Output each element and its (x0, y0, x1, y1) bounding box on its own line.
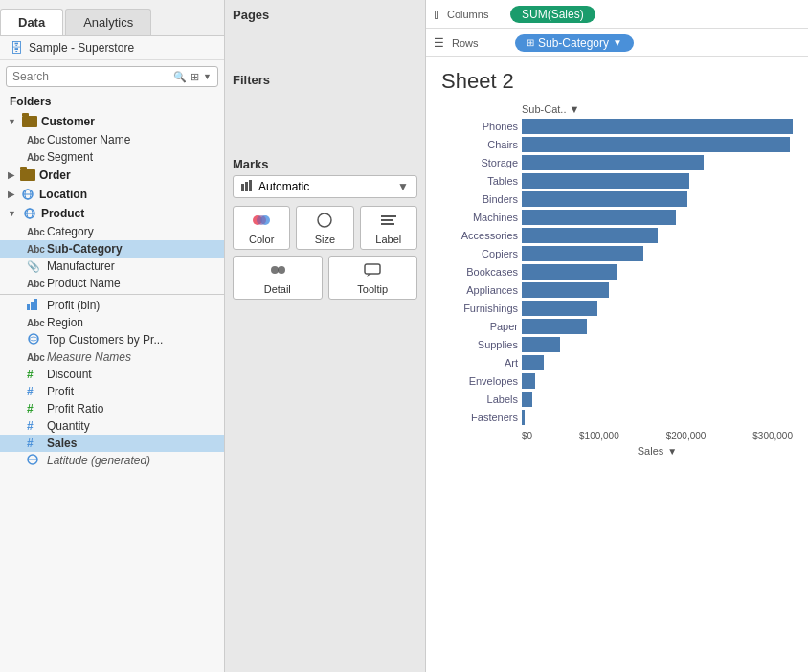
folders-label: Folders (0, 91, 224, 112)
product-group-header[interactable]: ▼ Product (0, 204, 224, 223)
list-item[interactable]: # Discount (0, 366, 224, 383)
list-item[interactable]: Abc Sub-Category (0, 240, 224, 258)
rows-icon: ☰ (434, 36, 444, 50)
bar-label: Supplies (441, 339, 518, 350)
marks-dropdown[interactable]: Automatic ▼ (233, 175, 417, 198)
bar-track[interactable] (522, 119, 793, 134)
search-input[interactable] (12, 70, 169, 83)
tab-analytics[interactable]: Analytics (65, 9, 151, 35)
rows-pill-label: Sub-Category (538, 36, 609, 50)
list-item[interactable]: Abc Product Name (0, 275, 224, 292)
item-label: Category (47, 225, 94, 238)
type-abc-icon: Abc (27, 279, 42, 289)
bar-track[interactable] (522, 191, 793, 207)
bar-label: Bookcases (441, 266, 518, 278)
sheet-title: Sheet 2 (441, 69, 793, 94)
rows-pill[interactable]: ⊞ Sub-Category ▼ (515, 34, 634, 52)
bar-fill (522, 155, 704, 170)
list-item[interactable]: Abc Measure Names (0, 348, 224, 366)
bar-row: Appliances (441, 282, 793, 298)
rows-shelf: ☰ Rows ⊞ Sub-Category ▼ (426, 29, 808, 57)
svg-rect-14 (249, 180, 252, 191)
bar-label: Art (441, 357, 518, 369)
location-group-header[interactable]: ▶ Location (0, 185, 224, 204)
datasource-label: Sample - Superstore (29, 41, 134, 55)
tooltip-button[interactable]: Tooltip (328, 256, 418, 300)
globe-icon (27, 333, 42, 347)
bar-label: Fasteners (441, 412, 518, 423)
axis-label-text: Sales (638, 445, 664, 457)
axis-sort-icon[interactable]: ▼ (667, 446, 677, 457)
list-item[interactable]: # Profit (0, 383, 224, 400)
list-item[interactable]: Abc Region (0, 314, 224, 331)
bar-row: Art (441, 355, 793, 370)
list-item[interactable]: # Profit Ratio (0, 400, 224, 417)
list-item[interactable]: 📎 Manufacturer (0, 258, 224, 275)
bar-row: Phones (441, 119, 793, 134)
marks-buttons: Color Size (233, 206, 417, 250)
tooltip-icon (363, 262, 382, 281)
bar-track[interactable] (522, 392, 793, 407)
bar-track[interactable] (522, 155, 793, 170)
columns-icon: ⫿ (434, 8, 439, 21)
chevron-down-icon: ▼ (8, 209, 16, 218)
item-label: Manufacturer (47, 259, 115, 273)
sub-cat-label: Sub-Cat.. (522, 103, 566, 115)
columns-pill[interactable]: SUM(Sales) (510, 6, 595, 23)
rows-sort-icon: ▼ (613, 37, 622, 48)
bar-track[interactable] (522, 301, 793, 316)
bar-track[interactable] (522, 373, 793, 389)
item-label: Measure Names (47, 350, 131, 364)
customer-group-header[interactable]: ▼ Customer (0, 112, 224, 131)
bar-track[interactable] (522, 410, 793, 425)
bar-track[interactable] (522, 282, 793, 298)
bar-fill (522, 392, 532, 407)
list-item[interactable]: Latitude (generated) (0, 452, 224, 469)
size-button[interactable]: Size (296, 206, 353, 250)
type-abc-icon: Abc (27, 318, 42, 328)
bar-row: Furnishings (441, 301, 793, 316)
type-abc-icon: Abc (27, 227, 42, 237)
order-group-header[interactable]: ▶ Order (0, 166, 224, 185)
folder-icon (20, 169, 35, 181)
type-abc-icon: Abc (27, 152, 42, 163)
bar-row: Supplies (441, 337, 793, 352)
list-item[interactable]: Profit (bin) (0, 297, 224, 314)
list-item[interactable]: Abc Category (0, 223, 224, 240)
bar-track[interactable] (522, 355, 793, 370)
list-item[interactable]: # Quantity (0, 417, 224, 435)
list-item[interactable]: Abc Customer Name (0, 131, 224, 148)
chart-icon (27, 299, 42, 312)
marks-dropdown-label: Automatic (258, 180, 309, 193)
bar-track[interactable] (522, 210, 793, 225)
sort-icon[interactable]: ▼ (569, 103, 579, 115)
item-label: Sub-Category (47, 242, 123, 256)
color-button[interactable]: Color (233, 206, 290, 250)
list-item[interactable]: Top Customers by Pr... (0, 331, 224, 348)
filters-label: Filters (233, 73, 417, 87)
geo-group-icon (22, 208, 37, 219)
bar-track[interactable] (522, 228, 793, 243)
bar-track[interactable] (522, 173, 793, 189)
tab-data[interactable]: Data (0, 9, 63, 35)
bar-label: Binders (441, 193, 518, 205)
bar-track[interactable] (522, 337, 793, 352)
label-button[interactable]: Label (360, 206, 417, 250)
list-item[interactable]: Abc Segment (0, 148, 224, 166)
bar-label: Tables (441, 175, 518, 187)
bar-track[interactable] (522, 319, 793, 334)
bar-fill (522, 337, 560, 352)
grid-icon: ⊞ (191, 71, 199, 83)
bar-fill (522, 282, 609, 298)
list-item[interactable]: # Sales (0, 435, 224, 452)
bar-label: Chairs (441, 139, 518, 150)
bar-label: Storage (441, 157, 518, 168)
bar-row: Binders (441, 191, 793, 207)
bar-track[interactable] (522, 246, 793, 261)
bar-label: Furnishings (441, 302, 518, 314)
detail-button[interactable]: Detail (233, 256, 323, 300)
color-icon (252, 213, 271, 232)
bar-track[interactable] (522, 137, 793, 152)
search-bar[interactable]: 🔍 ⊞ ▼ (6, 66, 218, 87)
bar-track[interactable] (522, 264, 793, 280)
